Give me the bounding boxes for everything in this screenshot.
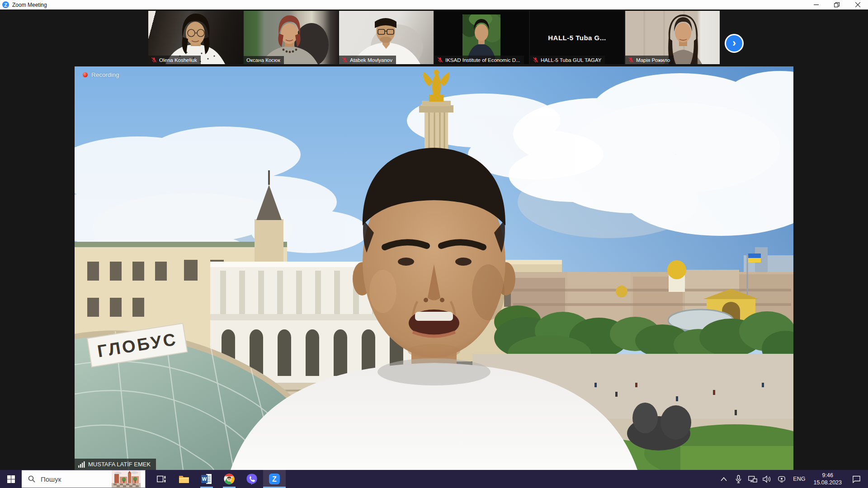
participant-name: IKSAD Institute of Economic D... (445, 57, 520, 63)
window-title: Zoom Meeting (12, 2, 47, 8)
meeting-canvas: Olena Kosheliuk Оксана Косюк (0, 9, 868, 470)
network-icon (748, 475, 757, 483)
mic-muted-icon (437, 57, 443, 63)
file-explorer-button[interactable] (173, 470, 195, 488)
close-button[interactable] (847, 0, 868, 9)
tray-expand-button[interactable] (718, 473, 730, 485)
zoom-icon: Z (269, 473, 280, 485)
audio-bars-icon (78, 461, 85, 468)
camera-icon (778, 475, 786, 483)
participant-tile[interactable]: IKSAD Institute of Economic D... (434, 11, 529, 64)
start-icon (7, 475, 15, 483)
participant-name: Atabek Movlyanov (350, 57, 392, 63)
speaker-name-tag: MUSTAFA LATİF EMEK (75, 459, 156, 470)
tray-network[interactable] (747, 473, 759, 485)
clock-date: 15.08.2023 (813, 479, 842, 486)
recording-dot (83, 72, 88, 77)
virtual-background-kyiv: ГЛОБУС (75, 66, 793, 470)
close-icon (855, 2, 860, 7)
mic-muted-icon (628, 57, 634, 63)
language-indicator[interactable]: ENG (790, 476, 808, 482)
start-button[interactable] (0, 470, 22, 488)
recording-label: Recording (91, 71, 119, 78)
participant-name-tag: IKSAD Institute of Economic D... (434, 56, 524, 64)
window-controls (806, 0, 868, 9)
viber-button[interactable] (241, 470, 263, 488)
tray-camera[interactable] (776, 473, 788, 485)
restore-button[interactable] (826, 0, 847, 9)
tray-microphone[interactable] (732, 473, 744, 485)
search-highlight-illustration (112, 470, 141, 488)
participant-filmstrip: Olena Kosheliuk Оксана Косюк (148, 11, 720, 64)
recording-indicator: Recording (83, 71, 119, 78)
participant-tile[interactable]: Оксана Косюк (244, 11, 338, 64)
mic-icon (735, 475, 742, 483)
notification-icon (852, 475, 861, 483)
participant-tile[interactable]: Olena Kosheliuk (148, 11, 243, 64)
main-speaker-video[interactable]: ГЛОБУС (75, 66, 793, 470)
search-icon (28, 475, 35, 483)
participant-tile[interactable]: Марія Рожило (625, 11, 720, 64)
restore-icon (834, 2, 840, 8)
word-button[interactable]: W (195, 470, 218, 488)
zoom-logo-icon: Z (2, 1, 9, 8)
participant-name-tag: Olena Kosheliuk (148, 56, 201, 64)
participant-name: HALL-5 Tuba GUL TAGAY (541, 57, 601, 63)
action-center-button[interactable] (847, 473, 865, 485)
participant-name-tag: HALL-5 Tuba GUL TAGAY (530, 56, 605, 64)
avatar (462, 14, 500, 61)
svg-text:W: W (202, 476, 207, 482)
mic-muted-icon (533, 57, 538, 63)
participant-tile[interactable]: Atabek Movlyanov (339, 11, 434, 64)
chrome-icon (223, 473, 235, 485)
participant-name: Olena Kosheliuk (159, 57, 197, 63)
mic-muted-icon (151, 57, 157, 63)
search-input[interactable] (40, 475, 105, 483)
participant-name-tag: Марія Рожило (625, 56, 674, 64)
system-tray: ENG 9:46 15.08.2023 (718, 470, 868, 488)
taskview-icon (156, 474, 166, 484)
explorer-icon (178, 473, 190, 485)
chrome-button[interactable] (218, 470, 241, 488)
minimize-icon (814, 2, 819, 7)
viber-icon (246, 473, 258, 485)
task-view-button[interactable] (150, 470, 173, 488)
filmstrip-next-button[interactable]: › (725, 34, 744, 53)
participant-name-tag: Atabek Movlyanov (339, 56, 396, 64)
participant-name: Марія Рожило (636, 57, 670, 63)
clock[interactable]: 9:46 15.08.2023 (811, 472, 844, 487)
taskbar-apps: W (150, 470, 286, 488)
word-icon: W (201, 473, 212, 485)
golden-dome (667, 260, 686, 279)
window-titlebar: Z Zoom Meeting (0, 0, 868, 9)
participant-name-tag: Оксана Косюк (244, 56, 284, 64)
mic-muted-icon (342, 57, 348, 63)
participant-tile[interactable]: HALL-5 Tuba G... HALL-5 Tuba GUL TAGAY (530, 11, 624, 64)
zoom-button[interactable]: Z (263, 470, 286, 488)
chevron-right-icon: › (732, 38, 736, 48)
svg-text:Z: Z (272, 475, 277, 483)
minimize-button[interactable] (806, 0, 826, 9)
clock-time: 9:46 (813, 472, 842, 479)
chevron-up-icon (721, 477, 727, 481)
speaker-icon (763, 475, 772, 483)
taskbar: W (0, 470, 868, 488)
screen: Z Zoom Meeting (0, 0, 868, 488)
participant-name: Оксана Косюк (246, 57, 280, 63)
speaker-name: MUSTAFA LATİF EMEK (88, 461, 151, 468)
tray-volume[interactable] (761, 473, 773, 485)
taskbar-search[interactable] (22, 470, 146, 488)
